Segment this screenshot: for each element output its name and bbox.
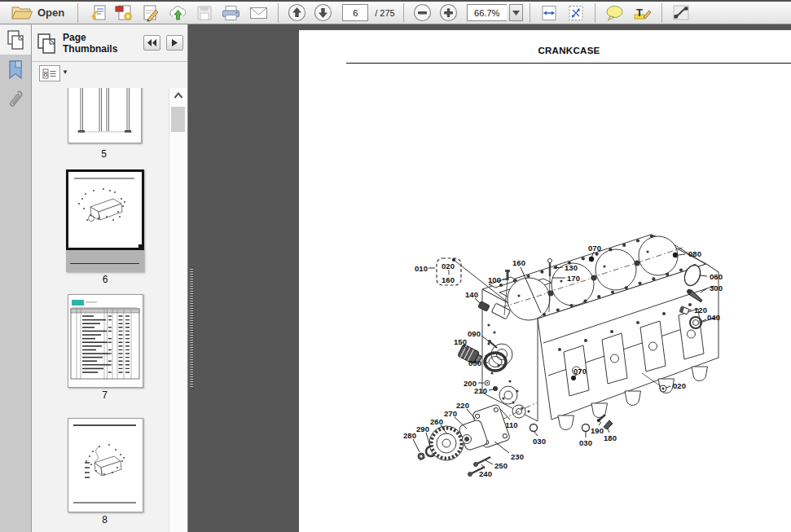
- email-icon: [248, 4, 269, 22]
- save-icon: [196, 4, 213, 22]
- open-button[interactable]: Open: [5, 2, 71, 24]
- nav-tab-bookmarks[interactable]: [0, 55, 31, 85]
- thumbnail-8-preview: [68, 419, 143, 512]
- email-button[interactable]: [246, 2, 271, 24]
- bookmark-icon: [7, 59, 24, 81]
- part-label: 020: [442, 262, 455, 270]
- page-total-label: / 275: [375, 8, 394, 18]
- svg-text:8: 8: [43, 70, 47, 78]
- options-list-icon: 8: [42, 68, 57, 79]
- comment-bubble-icon: [604, 4, 625, 22]
- thumbnail-label: 5: [68, 148, 140, 160]
- create-pdf-icon: [114, 4, 134, 22]
- thumbnail-list[interactable]: 5 6: [32, 88, 187, 532]
- toolbar-separator: [278, 3, 279, 23]
- leader-line: [486, 460, 493, 464]
- document-view-area[interactable]: CRANKCASE: [195, 24, 791, 532]
- options-caret-icon[interactable]: ▼: [62, 68, 68, 76]
- cloud-upload-button[interactable]: [165, 2, 191, 24]
- sign-document-button[interactable]: [138, 2, 163, 24]
- previous-view-button[interactable]: [85, 2, 109, 24]
- splitter-gripper[interactable]: [190, 269, 193, 388]
- thumbnail-6-footer-line: [70, 263, 139, 264]
- fit-width-icon: [539, 4, 559, 22]
- fullscreen-arrows-icon: [671, 3, 692, 22]
- page-down-icon: [314, 3, 332, 22]
- fit-width-button[interactable]: [537, 2, 561, 24]
- thumbnail-page-8[interactable]: [68, 418, 143, 512]
- collapse-panel-button[interactable]: [143, 35, 160, 51]
- thumbnail-5-preview: [68, 88, 141, 143]
- part-label: 130: [565, 263, 578, 272]
- part-label: 100: [488, 275, 501, 284]
- open-label: Open: [37, 7, 64, 19]
- nav-tab-page-thumbnails[interactable]: [0, 24, 31, 55]
- toolbar-separator: [661, 3, 662, 23]
- thumbnail-page-5[interactable]: [68, 88, 142, 143]
- zoom-in-button[interactable]: [437, 2, 460, 24]
- print-button[interactable]: [218, 2, 244, 24]
- leader-line: [534, 432, 538, 436]
- thumbnail-7-preview: [68, 295, 143, 387]
- page-thumbnails-icon: [36, 32, 57, 55]
- toolbar: Open: [0, 0, 791, 24]
- paperclip-icon: [6, 90, 25, 111]
- thumbnail-label: 6: [66, 274, 144, 285]
- nav-tab-attachments[interactable]: [0, 85, 31, 115]
- comment-button[interactable]: [602, 2, 627, 24]
- text-annotation-button[interactable]: T: [630, 2, 655, 24]
- part-label: 190: [591, 426, 604, 435]
- part-label: 280: [403, 431, 416, 440]
- leader-line: [608, 429, 609, 433]
- part-label: 250: [494, 461, 508, 470]
- part-label: 060: [710, 272, 723, 281]
- zoom-out-button[interactable]: [411, 2, 434, 24]
- part-label: 110: [505, 420, 517, 429]
- thumbnail-page-7[interactable]: [68, 294, 143, 388]
- next-page-button[interactable]: [311, 2, 335, 24]
- navigation-icon-strip: [0, 24, 32, 532]
- panel-splitter[interactable]: [188, 24, 195, 532]
- expand-panel-button[interactable]: [166, 35, 183, 51]
- thumbnail-page-6[interactable]: [66, 169, 144, 272]
- part-label: 300: [710, 284, 723, 292]
- pdf-viewer-app: { "toolbar": { "open_label": "Open", "pa…: [0, 0, 791, 532]
- part-label: 050: [468, 358, 481, 367]
- part-label: 090: [468, 329, 481, 338]
- chevron-down-icon: [512, 11, 520, 15]
- part-label: 240: [479, 469, 492, 478]
- part-label: 140: [465, 290, 478, 299]
- part-label: 150: [454, 337, 467, 346]
- part-label: 170: [567, 274, 580, 283]
- thumbnail-label: 8: [68, 514, 142, 525]
- fit-page-button[interactable]: [564, 2, 588, 24]
- part-label: 010: [415, 264, 428, 273]
- part-label: 080: [688, 249, 701, 258]
- print-icon: [221, 4, 241, 22]
- toolbar-separator: [77, 3, 78, 23]
- thumbnail-6-resize-handle[interactable]: [138, 244, 144, 250]
- thumbnail-options-button[interactable]: 8: [39, 65, 60, 81]
- part-label: 020: [673, 381, 686, 390]
- zoom-dropdown-button[interactable]: [509, 4, 523, 21]
- fullscreen-button[interactable]: [669, 2, 694, 24]
- scrollbar-thumb[interactable]: [171, 107, 185, 132]
- save-button[interactable]: [193, 2, 216, 24]
- thumbnail-scrollbar[interactable]: [169, 88, 187, 532]
- page-up-icon: [288, 3, 306, 22]
- toolbar-separator: [403, 3, 404, 23]
- part-label: 160: [442, 275, 455, 284]
- part-label: 070: [588, 244, 601, 253]
- part-label: 210: [474, 386, 487, 395]
- part-label: 040: [707, 313, 720, 322]
- scroll-up-button[interactable]: [169, 88, 187, 102]
- page-number-input[interactable]: 6: [342, 4, 368, 21]
- create-pdf-button[interactable]: [112, 2, 136, 24]
- toolbar-separator: [530, 3, 530, 23]
- right-arrow-icon: [172, 39, 178, 46]
- thumbnail-6-visible-area[interactable]: [66, 169, 144, 250]
- part-label: 070: [573, 367, 587, 376]
- zoom-level-input[interactable]: 66.7%: [467, 4, 507, 21]
- previous-page-button[interactable]: [285, 2, 309, 24]
- thumbnail-label: 7: [68, 389, 142, 401]
